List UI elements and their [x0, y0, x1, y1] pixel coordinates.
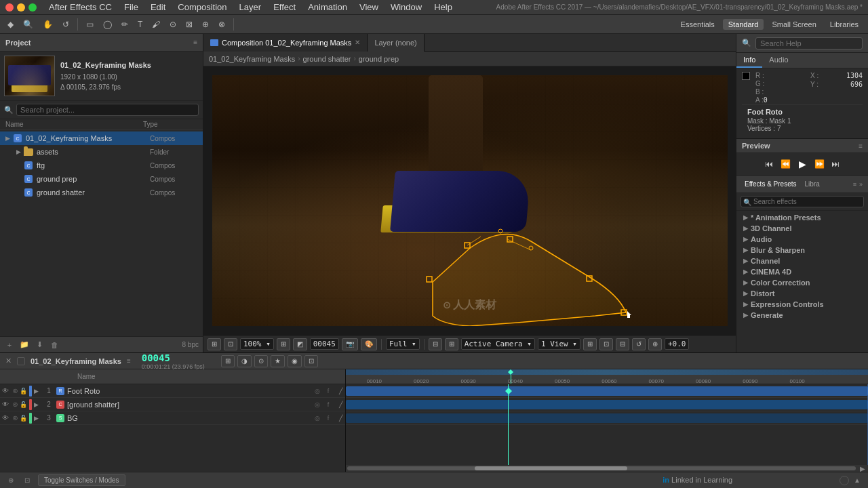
- effects-item-audio[interactable]: ▶ Audio: [736, 234, 868, 245]
- timeline-scrollbar[interactable]: ▶: [346, 465, 868, 472]
- tab-audio[interactable]: Audio: [762, 53, 795, 68]
- pen-tool[interactable]: ✏: [118, 18, 132, 30]
- maximize-button[interactable]: [28, 3, 37, 12]
- new-folder-btn[interactable]: 📁: [19, 340, 30, 350]
- effects-item-cinema4d[interactable]: ▶ CINEMA 4D: [736, 266, 868, 277]
- viewer-zoom[interactable]: 100% ▾: [240, 338, 274, 350]
- import-file-btn[interactable]: ⬇: [34, 340, 45, 350]
- breadcrumb-item-1[interactable]: 01_02_Keyframing Masks: [209, 55, 295, 63]
- timeline-live-update[interactable]: ◉: [288, 355, 302, 367]
- layer-1-switch-fx[interactable]: f: [323, 386, 333, 396]
- timeline-menu[interactable]: ≡: [127, 357, 131, 365]
- zoom-tool[interactable]: 🔍: [20, 18, 37, 30]
- expand-main-comp[interactable]: ▶: [5, 135, 12, 142]
- timeline-ruler[interactable]: 00010 00020 00030 00040 00050 00060 0007…: [346, 369, 868, 384]
- viewer-resolution[interactable]: Full ▾: [386, 338, 420, 350]
- layer-row-2[interactable]: 👁 ◎ 🔓 ▶ 2 C [ground shatter] ◎ f ╱: [0, 398, 345, 411]
- layer-3-expand[interactable]: ▶: [34, 415, 42, 422]
- mask-tool-rect[interactable]: ▭: [83, 18, 97, 30]
- timeline-bottom-btn-2[interactable]: ⊡: [22, 475, 33, 486]
- effects-item-color-correction[interactable]: ▶ Color Correction: [736, 277, 868, 288]
- tree-item-ground-prep[interactable]: C ground prep Compos: [0, 172, 203, 186]
- tab-layer[interactable]: Layer (none): [368, 34, 424, 52]
- menu-animation[interactable]: Animation: [302, 1, 353, 14]
- menu-composition[interactable]: Composition: [172, 1, 232, 14]
- timeline-motion-blur[interactable]: ◑: [237, 355, 252, 367]
- layer-2-switch-fx[interactable]: f: [323, 400, 333, 409]
- viewer-btn-c[interactable]: ⊟: [616, 338, 629, 350]
- menu-window[interactable]: Window: [385, 1, 427, 14]
- timeline-extend-btn[interactable]: ▶: [859, 464, 867, 472]
- viewer-proxy-btn[interactable]: ◩: [293, 338, 307, 350]
- layer-1-motion-btn[interactable]: ╱: [336, 386, 345, 396]
- layer-3-switch-stencil[interactable]: ◎: [313, 413, 322, 423]
- minimize-button[interactable]: [17, 3, 25, 12]
- search-help-input[interactable]: [755, 37, 863, 49]
- workspace-essentials[interactable]: Essentials: [675, 19, 720, 30]
- viewer-btn-e[interactable]: ⊕: [648, 338, 662, 350]
- graph-editor-btn[interactable]: ▲: [852, 475, 863, 486]
- effects-item-animation-presets[interactable]: ▶ * Animation Presets: [736, 212, 868, 223]
- comp-tab-close[interactable]: ✕: [355, 39, 360, 46]
- timeline-cache-work[interactable]: ⊡: [304, 355, 318, 367]
- transparency-btn[interactable]: ⊞: [445, 338, 458, 350]
- effects-menu[interactable]: »: [859, 181, 863, 188]
- timeline-bottom-btn-1[interactable]: ⊕: [5, 475, 16, 486]
- effects-search-input[interactable]: [741, 196, 864, 207]
- layer-2-lock[interactable]: 🔓: [19, 398, 27, 411]
- timeline-timecode[interactable]: 00045: [142, 352, 205, 363]
- tab-effects-presets[interactable]: Effects & Presets: [742, 180, 800, 188]
- layer-2-switch-stencil[interactable]: ◎: [313, 400, 322, 409]
- hand-tool[interactable]: ✋: [39, 18, 56, 30]
- selection-tool[interactable]: ◆: [4, 18, 17, 30]
- menu-after-effects[interactable]: After Effects CC: [43, 1, 117, 14]
- scroll-track[interactable]: [347, 466, 856, 470]
- layer-3-motion-btn[interactable]: ╱: [336, 413, 345, 423]
- effects-expand-all[interactable]: ≡: [853, 181, 856, 188]
- viewer-btn-b[interactable]: ⊡: [599, 338, 613, 350]
- effects-item-distort[interactable]: ▶ Distort: [736, 288, 868, 299]
- bpc-display[interactable]: 8 bpc: [182, 341, 199, 348]
- paint-tool[interactable]: 🖌: [149, 18, 163, 30]
- viewer-snap-btn[interactable]: ⊞: [277, 338, 290, 350]
- layer-2-motion-btn[interactable]: ╱: [336, 400, 345, 409]
- toggle-switches-modes[interactable]: Toggle Switches / Modes: [38, 474, 125, 486]
- layer-1-switch-stencil[interactable]: ◎: [313, 386, 322, 396]
- track-row-2[interactable]: [346, 398, 868, 411]
- menu-layer[interactable]: Layer: [234, 1, 267, 14]
- workspace-libraries[interactable]: Libraries: [825, 19, 864, 30]
- tree-item-assets[interactable]: ▶ assets Folder: [0, 145, 203, 159]
- tree-item-main-comp[interactable]: ▶ C 01_02_Keyframing Masks Compos: [0, 131, 203, 145]
- timeline-draft[interactable]: ⊙: [254, 355, 268, 367]
- rotate-tool[interactable]: ↺: [59, 18, 73, 30]
- tab-info[interactable]: Info: [736, 53, 762, 68]
- scroll-thumb[interactable]: [475, 466, 627, 470]
- layer-2-visibility[interactable]: 👁: [0, 398, 11, 411]
- viewer-view-count[interactable]: 1 View ▾: [538, 338, 580, 350]
- eraser-tool[interactable]: ⊠: [182, 18, 196, 30]
- layer-1-expand[interactable]: ▶: [34, 388, 42, 394]
- workspace-standard[interactable]: Standard: [723, 19, 764, 30]
- layer-1-visibility[interactable]: 👁: [0, 384, 11, 398]
- tab-libra[interactable]: Libra: [802, 180, 823, 188]
- playback-btn[interactable]: [840, 476, 849, 485]
- timeline-solo-diff[interactable]: ★: [271, 355, 285, 367]
- tab-composition[interactable]: Composition 01_02_Keyframing Masks ✕: [203, 34, 368, 52]
- project-search-input[interactable]: [16, 104, 199, 116]
- roto-brush[interactable]: ⊕: [199, 18, 212, 30]
- skip-start-btn[interactable]: ⏮: [763, 158, 775, 170]
- layer-3-visibility[interactable]: 👁: [0, 411, 11, 425]
- puppet-tool[interactable]: ⊗: [215, 18, 229, 30]
- menu-edit[interactable]: Edit: [145, 1, 171, 14]
- snapshot-btn[interactable]: 📷: [342, 338, 358, 350]
- effects-item-3d-channel[interactable]: ▶ 3D Channel: [736, 223, 868, 234]
- preview-menu[interactable]: ≡: [859, 142, 863, 150]
- close-button[interactable]: [5, 3, 14, 12]
- breadcrumb-item-2[interactable]: ground shatter: [303, 55, 351, 63]
- track-row-1[interactable]: [346, 384, 868, 398]
- tree-item-ground-shatter[interactable]: C ground shatter Compos: [0, 186, 203, 199]
- track-row-3[interactable]: [346, 411, 868, 425]
- menu-view[interactable]: View: [354, 1, 384, 14]
- layer-2-solo[interactable]: ◎: [11, 398, 19, 411]
- viewer-timecode-display[interactable]: 00045: [310, 338, 339, 350]
